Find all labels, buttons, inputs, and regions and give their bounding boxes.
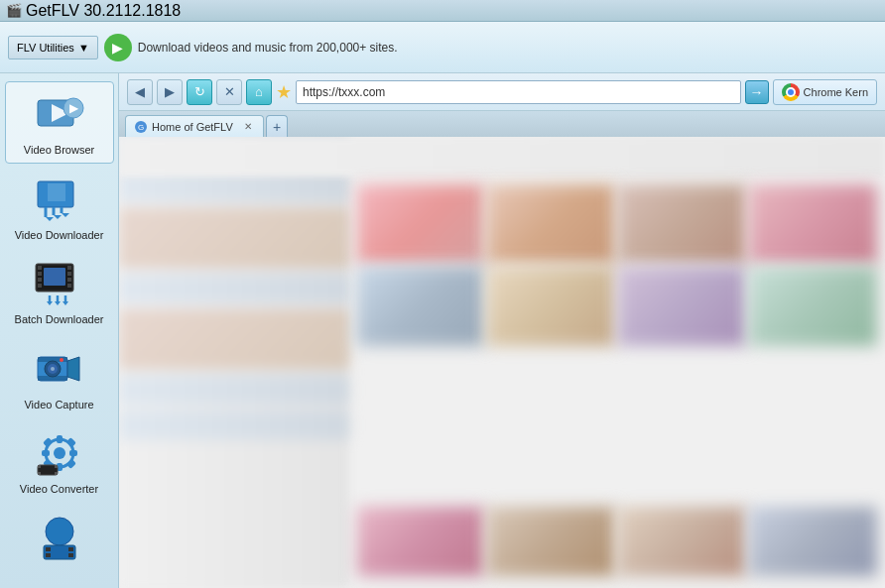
sidebar-item-batch-downloader[interactable]: Batch Downloader [5,252,114,332]
back-button[interactable]: ◀ [127,79,153,105]
promo-text: Download videos and music from 200,000+ … [138,41,398,55]
browser-container: ▶ Video Browser [0,73,885,588]
svg-marker-10 [54,215,62,219]
home-button[interactable]: ⌂ [246,79,272,105]
toolbar-promo: ▶ Download videos and music from 200,000… [104,34,877,61]
title-bar: 🎬 GetFLV 30.2112.1818 [0,0,885,22]
title-bar-text: GetFLV 30.2112.1818 [26,2,181,20]
refresh-button[interactable]: ↻ [187,79,212,105]
svg-rect-21 [67,284,71,288]
go-button[interactable]: → [745,80,769,104]
svg-rect-56 [68,547,73,551]
tab-favicon: G [134,120,148,134]
left-block-5 [119,411,349,440]
svg-rect-46 [66,459,76,469]
content-header [119,137,885,176]
video-converter-icon [34,427,85,479]
utilities-label: FLV Utilities [17,42,74,54]
url-input[interactable] [296,80,741,104]
web-content[interactable] [119,137,885,588]
sidebar: ▶ Video Browser [0,73,119,588]
svg-rect-15 [38,272,42,276]
browser-panel: ◀ ▶ ↻ ✕ ⌂ ★ → Chrome Kern [119,73,885,588]
svg-marker-35 [67,357,79,381]
forward-button[interactable]: ▶ [157,79,183,105]
svg-rect-17 [38,284,42,288]
video-downloader-icon [34,174,85,225]
utilities-dropdown-arrow: ▼ [78,42,89,54]
thumb-5 [357,267,485,346]
svg-rect-54 [46,547,51,551]
video-browser-icon: ▶ [34,88,85,140]
chrome-label: Chrome Kern [804,86,868,98]
svg-rect-51 [55,472,58,475]
sidebar-item-video-downloader[interactable]: Video Downloader [5,168,114,248]
thumb-3 [618,184,746,264]
svg-marker-28 [63,301,68,305]
svg-rect-44 [66,437,76,447]
svg-rect-39 [57,435,63,443]
svg-marker-5 [48,183,65,201]
app-icon: 🎬 [6,3,22,18]
toolbar: FLV Utilities ▼ ▶ Download videos and mu… [0,22,885,73]
thumb-1 [357,184,485,264]
bookmark-button[interactable]: ★ [276,83,292,101]
svg-rect-49 [38,472,41,475]
tab-close-button[interactable]: ✕ [241,120,255,134]
svg-marker-11 [62,213,69,217]
svg-text:▶: ▶ [68,101,78,115]
svg-rect-19 [67,272,71,276]
extra-icon [34,512,85,563]
thumbnail-grid [349,176,885,354]
new-tab-button[interactable]: + [266,115,288,137]
utilities-dropdown[interactable]: FLV Utilities ▼ [8,36,98,59]
bottom-thumb-3 [618,507,746,576]
left-blur-content [119,137,349,588]
sidebar-item-video-converter[interactable]: Video Converter [5,421,114,502]
video-capture-icon [34,343,85,395]
chrome-button[interactable]: Chrome Kern [773,79,877,105]
svg-rect-22 [44,268,65,286]
thumb-2 [487,184,615,264]
svg-point-34 [51,367,55,371]
thumb-4 [749,184,877,264]
sidebar-item-label-video-capture: Video Capture [24,399,93,412]
svg-rect-42 [69,450,77,456]
svg-rect-50 [55,465,58,468]
svg-rect-14 [38,266,42,270]
batch-downloader-icon [34,258,85,309]
svg-rect-48 [38,465,41,468]
svg-text:G: G [138,123,144,132]
svg-rect-16 [38,278,42,282]
app-container: FLV Utilities ▼ ▶ Download videos and mu… [0,22,885,588]
left-block-3 [119,274,349,303]
left-block-tall-2 [119,309,349,369]
bottom-thumb-1 [357,507,485,576]
browser-tab[interactable]: G Home of GetFLV ✕ [125,115,264,137]
sidebar-item-video-capture[interactable]: Video Capture [5,337,114,417]
sidebar-item-extra[interactable] [5,506,114,569]
svg-rect-18 [67,266,71,270]
left-block-2 [119,173,349,202]
svg-point-36 [60,358,63,362]
nav-bar: ◀ ▶ ↻ ✕ ⌂ ★ → Chrome Kern [119,73,885,111]
thumb-6 [487,267,615,346]
svg-rect-57 [68,553,73,557]
bottom-thumb-4 [749,507,877,576]
sidebar-item-video-browser[interactable]: ▶ Video Browser [5,81,114,164]
url-bar-container: → [296,80,769,104]
stop-button[interactable]: ✕ [216,79,242,105]
svg-rect-43 [43,437,53,447]
bottom-thumb-2 [487,507,615,576]
svg-marker-9 [46,217,54,221]
chrome-inner [786,87,796,97]
promo-icon: ▶ [104,34,132,61]
svg-point-52 [46,518,73,545]
sidebar-item-label-video-browser: Video Browser [24,144,94,157]
content-left-panel [119,137,349,588]
sidebar-item-label-batch-downloader: Batch Downloader [15,313,104,326]
svg-point-38 [54,447,65,459]
bottom-thumbnail-row [349,499,885,588]
svg-marker-26 [47,301,53,305]
left-block-4 [119,375,349,405]
